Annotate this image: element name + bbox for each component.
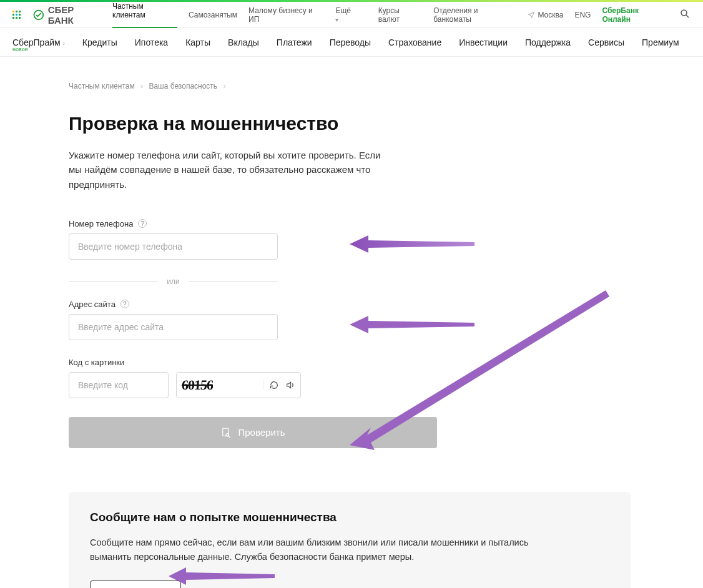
svg-line-8 — [229, 436, 231, 438]
chevron-right-icon: › — [140, 82, 143, 91]
help-icon[interactable]: ? — [120, 300, 129, 308]
report-text: Сообщите нам прямо сейчас, если вам или … — [90, 536, 564, 564]
topnav-online[interactable]: СберБанк Онлайн — [602, 6, 668, 24]
chevron-right-icon: › — [223, 82, 225, 91]
top-nav: СБЕР БАНК Частным клиентам Самозанятым М… — [0, 2, 703, 28]
page-title: Проверка на мошенничество — [69, 113, 574, 134]
divider-or: или — [69, 277, 278, 286]
breadcrumb-private[interactable]: Частным клиентам — [69, 82, 135, 91]
nav-credits[interactable]: Кредиты — [82, 37, 117, 47]
svg-rect-6 — [223, 428, 229, 436]
nav-sberprime[interactable]: СберПрайм › новое — [12, 37, 65, 47]
captcha-refresh-button[interactable] — [269, 380, 279, 390]
topnav-private[interactable]: Частным клиентам — [112, 2, 177, 28]
nav-mortgage[interactable]: Ипотека — [135, 37, 168, 47]
topnav-smallbiz[interactable]: Малому бизнесу и ИП — [248, 6, 324, 24]
annotation-arrow — [350, 313, 474, 336]
annotation-arrow — [350, 233, 474, 255]
svg-marker-4 — [350, 316, 474, 333]
badge-new: новое — [12, 46, 28, 52]
svg-marker-3 — [350, 235, 474, 253]
captcha-audio-button[interactable] — [285, 380, 295, 390]
logo-text: СБЕР БАНК — [48, 4, 101, 26]
nav-deposits[interactable]: Вклады — [228, 37, 259, 47]
topnav-more[interactable]: Ещё ▾ — [335, 6, 355, 24]
breadcrumb-security[interactable]: Ваша безопасность — [149, 82, 217, 91]
page-lead: Укажите номер телефона или сайт, который… — [69, 148, 393, 192]
document-search-icon — [220, 427, 232, 438]
captcha-image-box: 60156 — [176, 372, 301, 398]
search-icon[interactable] — [679, 8, 691, 21]
captcha-label: Код с картинки — [69, 358, 124, 367]
topnav-branches[interactable]: Отделения и банкоматы — [433, 6, 516, 24]
nav-services[interactable]: Сервисы — [588, 37, 624, 47]
nav-payments[interactable]: Платежи — [277, 37, 312, 47]
annotation-arrow — [169, 566, 275, 587]
report-title: Сообщите нам о попытке мошенничества — [90, 511, 609, 524]
phone-label: Номер телефона — [69, 219, 133, 228]
topnav-city[interactable]: Москва — [528, 11, 563, 19]
location-icon — [528, 11, 535, 19]
nav-insurance[interactable]: Страхование — [388, 37, 441, 47]
page-content: Частным клиентам › Ваша безопасность › П… — [0, 57, 612, 588]
check-button-label: Проверить — [238, 427, 285, 438]
nav-invest[interactable]: Инвестиции — [459, 37, 508, 47]
phone-field: Номер телефона ? — [69, 219, 574, 260]
svg-line-2 — [686, 15, 689, 17]
speaker-icon — [285, 380, 295, 390]
captcha-input[interactable] — [69, 372, 169, 398]
chevron-right-icon: › — [63, 40, 65, 47]
site-input[interactable] — [69, 314, 278, 340]
logo[interactable]: СБЕР БАНК — [33, 4, 101, 26]
nav-cards[interactable]: Карты — [185, 37, 210, 47]
phone-input[interactable] — [69, 233, 278, 260]
help-icon[interactable]: ? — [138, 219, 147, 228]
topnav-lang[interactable]: ENG — [574, 11, 591, 19]
captcha-image: 60156 — [181, 377, 214, 393]
captcha-field: Код с картинки 60156 — [69, 358, 574, 398]
topnav-selfemployed[interactable]: Самозанятым — [189, 11, 237, 19]
chevron-down-icon: ▾ — [335, 16, 338, 23]
svg-marker-9 — [169, 567, 275, 585]
main-nav: СберПрайм › новое Кредиты Ипотека Карты … — [0, 28, 703, 57]
refresh-icon — [269, 380, 279, 390]
nav-premium[interactable]: Премиум — [642, 37, 679, 47]
topnav-rates[interactable]: Курсы валют — [378, 6, 423, 24]
breadcrumb: Частным клиентам › Ваша безопасность › — [69, 82, 574, 91]
site-field: Адрес сайта ? — [69, 300, 574, 340]
nav-transfers[interactable]: Переводы — [330, 37, 371, 47]
svg-point-1 — [681, 10, 687, 16]
sber-logo-icon — [33, 9, 44, 21]
app-dots-icon — [12, 11, 21, 19]
check-button[interactable]: Проверить — [69, 417, 437, 448]
report-card: Сообщите нам о попытке мошенничества Соо… — [69, 492, 631, 588]
site-label: Адрес сайта — [69, 300, 116, 309]
nav-support[interactable]: Поддержка — [525, 37, 571, 47]
report-button[interactable]: Сообщить — [90, 581, 181, 588]
